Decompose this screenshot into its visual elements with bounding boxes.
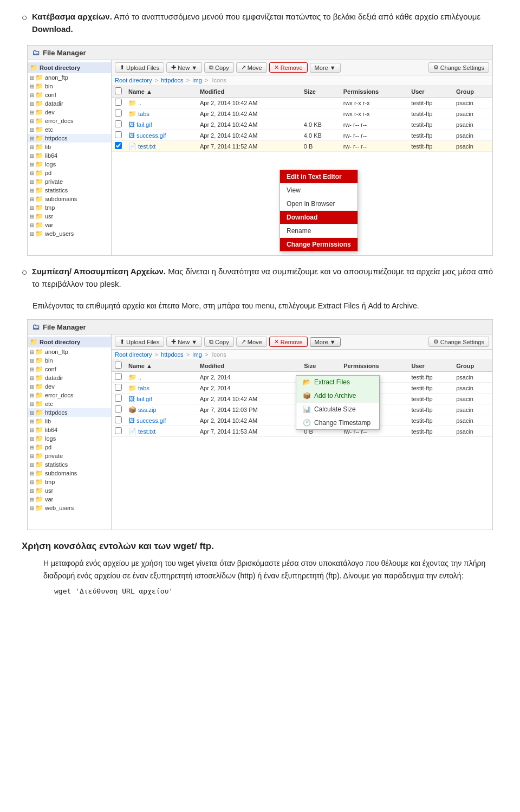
row-checkbox[interactable] — [115, 384, 122, 391]
file-link-fail-gif[interactable]: 🖼fail.gif — [128, 121, 193, 128]
sidebar-item-usr[interactable]: ⊞ 📁 usr — [28, 212, 111, 221]
sidebar-item-subdomains[interactable]: ⊞ 📁 subdomains — [28, 195, 111, 203]
sidebar-item-lib64[interactable]: ⊞ 📁 lib64 — [28, 151, 111, 160]
fm2-upload-files-button[interactable]: ⬆ Upload Files — [115, 337, 164, 347]
fm2-sidebar-item-lib[interactable]: ⊞ 📁 lib — [28, 417, 111, 426]
fm2-file-link-sss-zip[interactable]: 📦sss.zip — [128, 406, 193, 414]
sidebar-item-httpdocs[interactable]: ⊞ 📁 httpdocs — [28, 134, 111, 143]
fm2-sidebar-item-usr[interactable]: ⊞ 📁 usr — [28, 486, 111, 495]
sidebar-item-anon_ftp[interactable]: ⊞ 📁 anon_ftp — [28, 73, 111, 82]
sidebar-item-bin[interactable]: ⊞ 📁 bin — [28, 82, 111, 91]
file-link-test-txt[interactable]: 📄test.txt — [128, 143, 193, 150]
fm2-sidebar-item-anon_ftp[interactable]: ⊞ 📁 anon_ftp — [28, 347, 111, 356]
upload-files-button[interactable]: ⬆ Upload Files — [115, 62, 164, 73]
row-checkbox[interactable] — [115, 395, 122, 402]
sidebar-item-web_users[interactable]: ⊞ 📁 web_users — [28, 229, 111, 238]
file-link-tabs[interactable]: 📁tabs — [128, 110, 193, 118]
fm2-sidebar-root-directory[interactable]: 📁 Root directory — [28, 337, 111, 347]
file-link-success-gif[interactable]: 🖼success.gif — [128, 132, 193, 139]
fm2-select-all-checkbox[interactable] — [115, 362, 122, 369]
context-menu-item-rename[interactable]: Rename — [280, 224, 358, 238]
sidebar-item-private[interactable]: ⊞ 📁 private — [28, 177, 111, 186]
breadcrumb-root[interactable]: Root directory — [115, 77, 152, 83]
fm2-sidebar-item-dev[interactable]: ⊞ 📁 dev — [28, 382, 111, 391]
fm2-new-button[interactable]: ✚ New ▼ — [166, 337, 202, 347]
fm2-sidebar-item-etc[interactable]: ⊞ 📁 etc — [28, 399, 111, 408]
fm2-copy-button[interactable]: ⧉ Copy — [204, 337, 234, 347]
breadcrumb-img[interactable]: img — [192, 77, 202, 83]
sidebar-item-logs[interactable]: ⊞ 📁 logs — [28, 160, 111, 169]
sidebar-item-lib[interactable]: ⊞ 📁 lib — [28, 143, 111, 151]
fm2-sidebar-item-httpdocs[interactable]: ⊞ 📁 httpdocs — [28, 408, 111, 417]
fm2-file-link-tabs[interactable]: 📁tabs — [128, 384, 193, 392]
fm2-breadcrumb-img[interactable]: img — [192, 351, 202, 358]
fm2-sidebar-item-tmp[interactable]: ⊞ 📁 tmp — [28, 478, 111, 486]
context-menu-item-view[interactable]: View — [280, 184, 358, 197]
context-menu-item-download[interactable]: Download — [280, 211, 358, 224]
context-menu-item-edit[interactable]: Edit in Text Editor — [280, 170, 358, 184]
fm2-sidebar-item-logs[interactable]: ⊞ 📁 logs — [28, 434, 111, 443]
row-checkbox[interactable] — [115, 109, 122, 117]
fm2-change-settings-button[interactable]: ⚙ Change Settings — [428, 337, 489, 347]
sidebar-item-datadir[interactable]: ⊞ 📁 datadir — [28, 99, 111, 108]
section3-code1: wget 'Διεύθυνση URL αρχείου' — [54, 587, 498, 595]
context-menu-item-change-perms[interactable]: Change Permissions — [280, 238, 358, 251]
more-dropdown-add-archive[interactable]: 📦 Add to Archive — [296, 389, 379, 403]
fm2-remove-button[interactable]: ✕ Remove — [269, 337, 308, 347]
fm2-file-link-up[interactable]: 📁.. — [128, 373, 193, 381]
fm2-sidebar-item-bin[interactable]: ⊞ 📁 bin — [28, 356, 111, 365]
fm2-file-link-test-txt[interactable]: 📄test.txt — [128, 428, 193, 435]
row-checkbox[interactable] — [115, 416, 122, 423]
fm2-breadcrumb-root[interactable]: Root directory — [115, 351, 152, 358]
sidebar-item-error_docs[interactable]: ⊞ 📁 error_docs — [28, 117, 111, 125]
new-button[interactable]: ✚ New ▼ — [166, 62, 202, 73]
fm2-breadcrumb-httpdocs[interactable]: httpdocs — [161, 351, 184, 358]
file-link-up[interactable]: 📁.. — [128, 99, 193, 107]
sidebar-item-conf[interactable]: ⊞ 📁 conf — [28, 91, 111, 99]
fm2-file-link-success-gif[interactable]: 🖼success.gif — [128, 417, 193, 424]
row-checkbox[interactable] — [115, 405, 122, 413]
sidebar-item-tmp[interactable]: ⊞ 📁 tmp — [28, 203, 111, 212]
more-button[interactable]: More ▼ — [310, 63, 341, 73]
row-checkbox-testtxt[interactable] — [115, 142, 122, 149]
sidebar-item-dev[interactable]: ⊞ 📁 dev — [28, 108, 111, 117]
fm2-sidebar-item-web_users[interactable]: ⊞ 📁 web_users — [28, 504, 111, 512]
row-checkbox[interactable] — [115, 99, 122, 106]
fm2-new-icon: ✚ — [171, 338, 176, 345]
sidebar-item-statistics[interactable]: ⊞ 📁 statistics — [28, 186, 111, 195]
fm2-sidebar-item-statistics[interactable]: ⊞ 📁 statistics — [28, 460, 111, 469]
more-dropdown-calc-size[interactable]: 📊 Calculate Size — [296, 403, 379, 416]
copy-button[interactable]: ⧉ Copy — [204, 62, 234, 73]
more-dropdown-extract[interactable]: 📂 Extract Files — [296, 376, 379, 389]
more-dropdown-change-timestamp[interactable]: 🕐 Change Timestamp — [296, 416, 379, 429]
change-settings-button[interactable]: ⚙ Change Settings — [428, 62, 489, 73]
fm1-sidebar: 📁 Root directory ⊞ 📁 anon_ftp ⊞ 📁 bin ⊞ … — [28, 60, 112, 255]
fm2-sidebar-item-lib64[interactable]: ⊞ 📁 lib64 — [28, 426, 111, 434]
fm2-sidebar-item-conf[interactable]: ⊞ 📁 conf — [28, 365, 111, 373]
folder-icon-lib: 📁 — [35, 143, 43, 151]
move-button[interactable]: ↗ Move — [236, 62, 267, 73]
fm2-sidebar-item-private[interactable]: ⊞ 📁 private — [28, 452, 111, 460]
sidebar-root-directory[interactable]: 📁 Root directory — [28, 62, 111, 73]
breadcrumb-httpdocs[interactable]: httpdocs — [161, 77, 184, 83]
select-all-checkbox[interactable] — [115, 87, 122, 94]
fm2-sidebar-item-var[interactable]: ⊞ 📁 var — [28, 495, 111, 504]
sidebar-item-var[interactable]: ⊞ 📁 var — [28, 221, 111, 229]
context-menu-item-open-browser[interactable]: Open in Browser — [280, 197, 358, 211]
row-checkbox[interactable] — [115, 373, 122, 380]
row-checkbox[interactable] — [115, 131, 122, 138]
row-checkbox[interactable] — [115, 120, 122, 127]
fm2-more-button[interactable]: More ▼ — [310, 337, 341, 347]
fm2-sidebar-item-subdomains[interactable]: ⊞ 📁 subdomains — [28, 469, 111, 478]
fm2-move-button[interactable]: ↗ Move — [236, 337, 267, 347]
sidebar-label-tmp: tmp — [45, 204, 55, 211]
remove-button[interactable]: ✕ Remove — [269, 62, 308, 73]
fm2-file-link-fail-gif[interactable]: 🖼fail.gif — [128, 395, 193, 403]
row-checkbox[interactable] — [115, 427, 122, 434]
sidebar-label-etc: etc — [45, 126, 53, 133]
fm2-sidebar-item-error_docs[interactable]: ⊞ 📁 error_docs — [28, 391, 111, 399]
sidebar-item-pd[interactable]: ⊞ 📁 pd — [28, 169, 111, 177]
fm2-sidebar-item-datadir[interactable]: ⊞ 📁 datadir — [28, 373, 111, 382]
sidebar-item-etc[interactable]: ⊞ 📁 etc — [28, 125, 111, 134]
fm2-sidebar-item-pd[interactable]: ⊞ 📁 pd — [28, 443, 111, 452]
